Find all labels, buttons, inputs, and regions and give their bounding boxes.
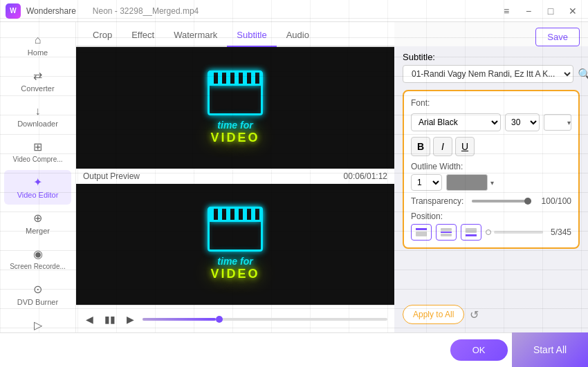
apply-to-all-button[interactable]: Apply to All xyxy=(403,305,464,324)
next-frame-button[interactable]: ▶ xyxy=(124,312,137,326)
app-logo: W xyxy=(6,3,21,19)
transparency-fill xyxy=(472,200,531,203)
video-section: Crop Effect Watermark Subtitle Audio tim… xyxy=(76,22,394,332)
ok-button[interactable]: OK xyxy=(450,339,508,361)
tab-crop[interactable]: Crop xyxy=(83,24,122,47)
sidebar-item-video-editor[interactable]: ✦ Video Editor xyxy=(4,170,71,205)
minimize-button[interactable]: − xyxy=(519,3,538,19)
merger-icon: ⊕ xyxy=(33,211,42,225)
bold-button[interactable]: B xyxy=(411,137,430,156)
subtitle-select[interactable]: 01-Randi Vagy Nem Randi, Ez Itt A K... xyxy=(403,65,573,83)
hamburger-button[interactable]: ≡ xyxy=(497,3,516,19)
neon-video-content-2: time for VIDEO xyxy=(208,207,263,281)
svg-rect-5 xyxy=(466,228,477,233)
outline-color-picker[interactable] xyxy=(446,174,488,191)
sidebar-item-home[interactable]: ⌂ Home xyxy=(4,28,71,62)
sidebar-label-screen-recorder: Screen Recorde... xyxy=(10,263,66,270)
sidebar-label-compress: Video Compre... xyxy=(12,156,62,163)
svg-rect-0 xyxy=(416,228,427,230)
sidebar-item-downloader[interactable]: ↓ Downloader xyxy=(4,100,71,133)
sidebar-item-converter[interactable]: ⇄ Converter xyxy=(4,64,71,98)
right-outer: Save Subtitle: 01-Randi Vagy Nem Randi, … xyxy=(394,22,588,332)
font-section-title: Font: xyxy=(411,98,571,108)
video-controls: ◀ ▮▮ ▶ xyxy=(76,305,394,332)
output-preview-label: Output Preview xyxy=(83,171,140,181)
play-pause-button[interactable]: ▮▮ xyxy=(102,312,118,326)
tab-watermark[interactable]: Watermark xyxy=(164,24,227,47)
position-bottom-button[interactable] xyxy=(461,224,481,241)
clapboard-icon xyxy=(208,70,263,115)
maximize-button[interactable]: □ xyxy=(541,3,560,19)
sidebar-item-player[interactable]: ▷ Player xyxy=(4,313,71,332)
outline-width-section: Outline Width: 1 ▾ xyxy=(411,162,571,191)
subtitle-label: Subtitle: xyxy=(403,52,435,62)
sidebar-item-merger[interactable]: ⊕ Merger xyxy=(4,206,71,241)
main-layout: ⌂ Home ⇄ Converter ↓ Downloader ⊞ Video … xyxy=(0,22,588,332)
progress-fill xyxy=(143,318,216,321)
svg-rect-6 xyxy=(466,234,477,236)
transparency-value: 100/100 xyxy=(537,196,571,206)
position-controls: 5/345 xyxy=(411,224,571,241)
window-title: Neon - 32298__Merged.mp4 xyxy=(93,6,199,16)
sidebar-label-home: Home xyxy=(28,48,48,57)
close-button[interactable]: ✕ xyxy=(563,3,582,19)
position-middle-button[interactable] xyxy=(436,224,457,241)
tab-effect[interactable]: Effect xyxy=(122,24,164,47)
transparency-thumb xyxy=(524,198,531,205)
outline-width-select[interactable]: 1 xyxy=(411,174,442,191)
titlebar: W Wondershare Neon - 32298__Merged.mp4 ≡… xyxy=(0,0,588,22)
text-style-row: B I U xyxy=(411,137,571,156)
sidebar: ⌂ Home ⇄ Converter ↓ Downloader ⊞ Video … xyxy=(0,22,76,332)
outline-color-arrow-icon: ▾ xyxy=(490,179,494,187)
italic-button[interactable]: I xyxy=(433,137,452,156)
neon-text-time: time for xyxy=(208,120,263,131)
output-preview-bar: Output Preview 00:06/01:12 xyxy=(76,169,394,184)
prev-frame-button[interactable]: ◀ xyxy=(83,312,96,326)
position-slider-container xyxy=(486,229,543,235)
font-name-select[interactable]: Arial Black xyxy=(411,113,501,131)
save-button[interactable]: Save xyxy=(535,28,580,46)
svg-rect-2 xyxy=(441,228,452,231)
save-row: Save xyxy=(394,22,588,46)
tab-bar: Crop Effect Watermark Subtitle Audio xyxy=(76,22,394,47)
transparency-slider[interactable] xyxy=(472,200,531,203)
progress-thumb xyxy=(216,316,223,323)
position-section: Position: xyxy=(411,211,571,241)
outline-color-row: ▾ xyxy=(446,174,494,191)
font-size-select[interactable]: 30 xyxy=(505,113,540,131)
app-title: Wondershare xyxy=(26,6,76,16)
position-top-button[interactable] xyxy=(411,224,432,241)
clapboard-icon-2 xyxy=(208,207,263,252)
downloader-icon: ↓ xyxy=(35,105,41,117)
apply-row: Apply to All ↺ xyxy=(403,305,479,324)
subtitle-search-button[interactable]: 🔍 xyxy=(578,68,588,81)
dvd-icon: ⊙ xyxy=(33,283,42,296)
editor-icon: ✦ xyxy=(33,176,42,189)
position-value: 5/345 xyxy=(547,227,571,237)
position-slider[interactable] xyxy=(494,231,543,234)
titlebar-controls: ≡ − □ ✕ xyxy=(497,3,582,19)
titlebar-left: W Wondershare Neon - 32298__Merged.mp4 xyxy=(6,3,199,19)
progress-bar[interactable] xyxy=(143,318,387,321)
sidebar-label-editor: Video Editor xyxy=(17,191,59,199)
sidebar-item-dvd-burner[interactable]: ⊙ DVD Burner xyxy=(4,277,71,312)
neon-text-time-2: time for xyxy=(208,256,263,267)
start-all-button[interactable]: Start All xyxy=(512,332,588,367)
screen-recorder-icon: ◉ xyxy=(33,247,43,261)
tab-subtitle[interactable]: Subtitle xyxy=(227,24,276,47)
transparency-label: Transparency: xyxy=(411,196,466,206)
neon-text-video-2: VIDEO xyxy=(208,267,263,281)
tab-audio[interactable]: Audio xyxy=(277,24,319,47)
font-name-row: Arial Black 30 ▾ xyxy=(411,113,571,131)
underline-button[interactable]: U xyxy=(455,137,475,156)
reset-button[interactable]: ↺ xyxy=(470,308,479,321)
sidebar-item-video-compress[interactable]: ⊞ Video Compre... xyxy=(4,135,71,169)
converter-icon: ⇄ xyxy=(33,69,42,82)
video-top: time for VIDEO xyxy=(76,47,394,169)
sidebar-item-screen-recorder[interactable]: ◉ Screen Recorde... xyxy=(4,242,71,276)
home-icon: ⌂ xyxy=(35,34,42,46)
font-color-picker[interactable]: ▾ xyxy=(544,114,571,131)
neon-video-content: time for VIDEO xyxy=(208,70,263,145)
subtitle-select-row: 01-Randi Vagy Nem Randi, Ez Itt A K... 🔍 xyxy=(403,65,580,83)
compress-icon: ⊞ xyxy=(33,140,42,153)
